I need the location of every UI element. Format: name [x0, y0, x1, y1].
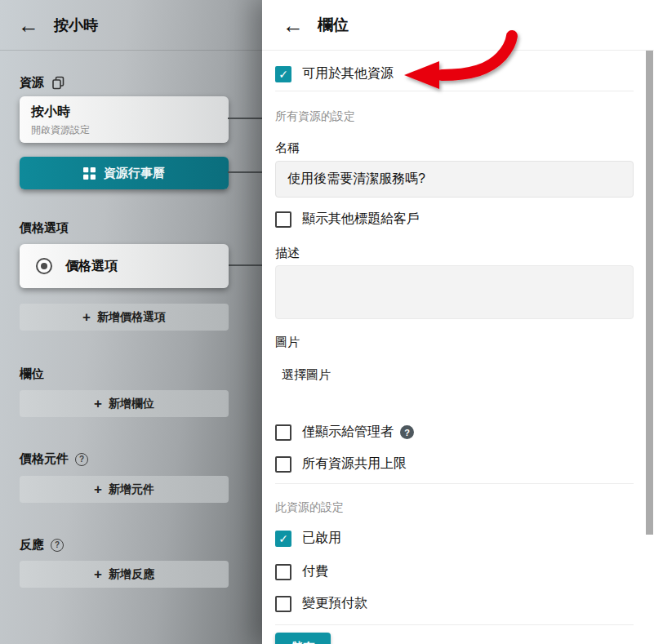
description-field-label: 描述: [275, 246, 634, 261]
checkbox-admin-only-label: 僅顯示給管理者 ?: [302, 424, 414, 441]
resource-calendar-label: 資源行事曆: [104, 166, 165, 181]
checkbox-shared-label: 可用於其他資源: [302, 65, 394, 82]
fields-heading: 欄位: [20, 366, 44, 382]
copy-icon[interactable]: [51, 76, 65, 90]
back-icon[interactable]: ←: [18, 15, 39, 36]
grid-icon: [83, 167, 96, 180]
resource-label: 資源: [20, 75, 44, 91]
image-field-label: 圖片: [275, 335, 634, 350]
resource-card[interactable]: 按小時 開啟資源設定: [20, 96, 229, 143]
sidebar-title: 按小時: [54, 16, 98, 35]
resource-calendar-button[interactable]: 資源行事曆: [20, 157, 229, 189]
checkbox-shared[interactable]: ✓: [275, 66, 291, 82]
save-button[interactable]: 儲存: [275, 633, 331, 644]
check-icon: ✓: [278, 533, 288, 544]
checkbox-row-prepayment[interactable]: ✓ 變更預付款: [275, 595, 634, 612]
checkbox-row-paid[interactable]: ✓ 付費: [275, 563, 634, 580]
checkbox-enabled-label: 已啟用: [302, 530, 341, 547]
add-reaction-button[interactable]: + 新增反應: [20, 561, 229, 588]
description-textarea[interactable]: [275, 265, 634, 319]
checkbox-paid-label: 付費: [302, 563, 328, 580]
divider: [275, 91, 634, 91]
add-price-option-button[interactable]: + 新增價格選項: [20, 304, 229, 331]
add-reaction-label: 新增反應: [109, 567, 154, 582]
name-input[interactable]: [275, 161, 634, 198]
field-settings-panel: ← 欄位 ✓ 可用於其他資源 所有資源的設定 名稱 ✓ 顯示其他標題給客戶 描述…: [262, 0, 654, 644]
price-option-card[interactable]: 價格選項: [20, 244, 229, 288]
back-icon[interactable]: ←: [283, 15, 304, 36]
help-icon[interactable]: ?: [75, 453, 88, 466]
connector-line: [228, 264, 262, 266]
connector-line: [228, 118, 262, 119]
checkbox-admin-only[interactable]: ✓: [275, 424, 291, 441]
checkbox-shared-limit[interactable]: ✓: [275, 456, 291, 473]
panel-title: 欄位: [318, 15, 349, 36]
checkbox-row-enabled[interactable]: ✓ 已啟用: [275, 530, 634, 547]
name-field-label: 名稱: [275, 140, 634, 156]
checkbox-shared-limit-label: 所有資源共用上限: [302, 455, 407, 473]
add-component-label: 新增元件: [109, 482, 154, 497]
checkbox-enabled[interactable]: ✓: [275, 531, 291, 547]
price-components-heading: 價格元件 ?: [20, 451, 88, 467]
divider: [275, 483, 634, 484]
price-options-heading: 價格選項: [20, 220, 69, 236]
resource-section-label-row: 資源: [20, 75, 65, 91]
checkbox-alt-title[interactable]: ✓: [275, 211, 291, 228]
checkbox-row-shared-limit[interactable]: ✓ 所有資源共用上限: [275, 455, 634, 473]
checkbox-alt-title-label: 顯示其他標題給客戶: [302, 211, 420, 228]
checkbox-prepayment-label: 變更預付款: [302, 595, 367, 612]
help-icon[interactable]: ?: [400, 425, 414, 439]
choose-image-button[interactable]: 選擇圖片: [282, 367, 331, 383]
checkbox-row-shared[interactable]: ✓ 可用於其他資源: [275, 65, 634, 82]
plus-icon: +: [94, 482, 102, 496]
checkbox-paid[interactable]: ✓: [275, 564, 291, 580]
checkbox-row-alt-title[interactable]: ✓ 顯示其他標題給客戶: [275, 211, 634, 228]
price-option-card-label: 價格選項: [65, 258, 118, 275]
panel-header: ← 欄位: [262, 0, 654, 51]
resource-card-subtitle: 開啟資源設定: [31, 123, 217, 137]
plus-icon: +: [94, 397, 102, 411]
add-component-button[interactable]: + 新增元件: [20, 476, 229, 503]
add-price-option-label: 新增價格選項: [97, 310, 166, 325]
add-field-label: 新增欄位: [109, 397, 154, 411]
check-icon: ✓: [278, 69, 288, 80]
resource-card-title: 按小時: [31, 104, 217, 121]
divider: [275, 624, 634, 625]
connector-line: [228, 171, 262, 173]
radio-selected-icon: [36, 258, 52, 274]
help-icon[interactable]: ?: [51, 539, 64, 552]
this-resource-section-label: 此資源的設定: [275, 500, 634, 515]
add-field-button[interactable]: + 新增欄位: [20, 390, 229, 417]
reactions-heading: 反應 ?: [20, 537, 64, 553]
all-resources-section-label: 所有資源的設定: [275, 109, 634, 124]
scrollbar-thumb[interactable]: [646, 51, 653, 535]
checkbox-row-admin-only[interactable]: ✓ 僅顯示給管理者 ?: [275, 424, 634, 441]
checkbox-prepayment[interactable]: ✓: [275, 596, 291, 612]
plus-icon: +: [82, 310, 91, 324]
sidebar-resource-config: ← 按小時 資源 按小時 開啟資源設定 資源行事曆 價格選項 價格選項 + 新增…: [0, 0, 262, 644]
sidebar-header: ← 按小時: [0, 0, 262, 51]
plus-icon: +: [94, 567, 102, 581]
